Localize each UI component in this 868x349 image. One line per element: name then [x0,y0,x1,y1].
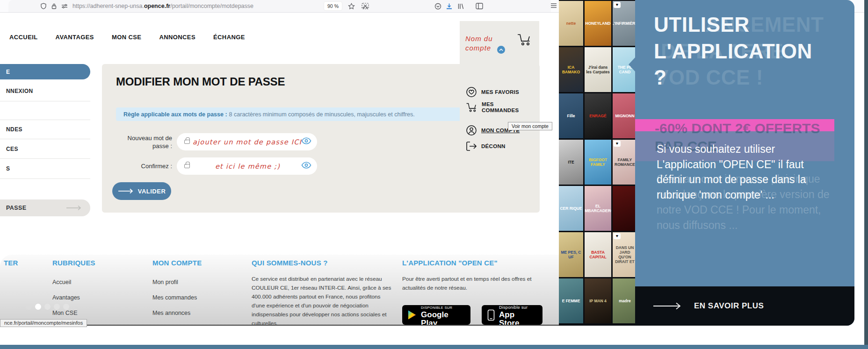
footer-link-mes-annonces[interactable]: Mes annonces [152,310,190,316]
sidebar-item-connexion[interactable]: NNEXION [6,88,33,94]
sidebar-divider [0,101,90,101]
google-play-icon [408,310,417,320]
account-name[interactable]: Nom ducompte [465,34,493,53]
lock-icon [184,164,190,168]
arrow-right-icon [66,205,82,211]
footer: TER RUBRIQUES Accueil Avantages Mon CSE … [0,255,559,326]
carousel-dot[interactable] [35,304,41,310]
shield-icon[interactable] [40,3,47,9]
sidebar-toggle-icon[interactable] [476,3,483,9]
library-icon[interactable] [457,3,464,10]
valider-button[interactable]: VALIDER [112,182,171,200]
movie-poster[interactable]: BASTA CAPITAL [585,232,611,277]
movie-poster[interactable]: DANS UN JARD QU'ON DIRAIT ET♥ [613,232,637,277]
nav-item-avantages[interactable]: AVANTAGES [56,34,94,41]
download-icon[interactable] [446,3,453,10]
poster-grid: netteHONEYLANDL'INFIRMIÈRE♥ICA BAMAKOJ'i… [559,0,635,326]
cart-icon[interactable] [517,33,532,48]
nav-item-annonces[interactable]: ANNONCES [159,34,195,41]
movie-poster[interactable]: CER RIQUE [559,186,583,231]
movie-poster[interactable]: J'irai dans les Carpates [585,47,611,92]
nav-item-accueil[interactable]: ACCUEIL [9,34,38,41]
footer-link-mon-cse[interactable]: Mon CSE [52,310,78,316]
movie-poster[interactable]: Fille [559,93,583,138]
movie-poster[interactable]: L'INFIRMIÈRE♥ [613,1,637,46]
favorite-heart-icon[interactable]: ♥ [614,2,621,8]
confirm-password-label: Confirmez : [107,162,172,170]
footer-about-text: Ce service est distribué en partenariat … [252,275,392,326]
zoom-level-chip[interactable]: 90 % [324,1,342,11]
movie-poster[interactable]: MIGNONN [613,93,637,138]
footer-about-heading: QUI SOMMES-NOUS ? [252,259,328,267]
confirm-annotation: et ici le même ;) [215,163,280,170]
url-text[interactable]: https://adherent-snep-unsa.opence.fr/por… [72,3,253,9]
right-edge-strip [864,0,868,349]
movie-poster[interactable]: HONEYLAND [585,1,611,46]
arrow-right-icon [653,302,682,310]
footer-link-mon-profil[interactable]: Mon profil [152,279,178,285]
footer-link-avantages[interactable]: Avantages [52,294,80,301]
menu-item-commandes[interactable]: MESCOMMANDES [466,101,519,114]
ghost-headline: VOD CCE ! [655,66,763,89]
valider-label: VALIDER [138,188,166,195]
en-savoir-plus-button[interactable]: EN SAVOIR PLUS [635,286,854,326]
chevron-up-icon[interactable] [497,46,505,54]
footer-rubriques-heading: RUBRIQUES [52,259,95,267]
menu-item-deconnexion[interactable]: DÉCONN [466,141,506,151]
carousel-dot[interactable] [44,304,51,310]
carousel-dot[interactable] [63,304,69,310]
carousel-dot[interactable] [26,304,32,310]
show-password-icon[interactable] [301,137,311,146]
show-password-icon[interactable] [301,162,311,171]
sidebar-item-mot-de-passe[interactable]: PASSE [0,199,90,216]
app-window: https://adherent-snep-unsa.opence.fr/por… [0,0,868,349]
movie-poster[interactable]: ICA BAMAKO [559,47,583,92]
favorite-heart-icon[interactable]: ♥ [614,141,621,147]
logout-icon [466,141,477,151]
arrow-right-icon [118,188,134,194]
menu-icon[interactable] [550,3,557,8]
footer-link-accueil[interactable]: Accueil [52,279,71,285]
movie-poster[interactable]: EL EMBARCADERO [585,186,611,231]
bookmark-star-icon[interactable] [348,3,355,10]
pocket-icon[interactable] [434,3,441,10]
google-play-badge[interactable]: DISPONIBLE SURGoogle Play [402,305,470,325]
app-store-badge[interactable]: Disponible surApp Store [482,305,542,325]
movie-poster[interactable]: FAMILY ROMANCE♥ [613,140,637,185]
sidebar-item-active-top[interactable]: E [0,64,90,79]
favorite-heart-icon[interactable]: ♥ [614,233,621,239]
movie-poster[interactable]: ITE [559,140,583,185]
sidebar-item-favoris[interactable]: S [6,165,10,172]
footer-app-heading: L'APPLICATION "OPEN CE" [402,259,498,267]
footer-link-mes-commandes[interactable]: Mes commandes [152,294,197,301]
browser-tooltip: Voir mon compte [508,122,552,130]
new-password-input[interactable]: ajouter un mot de passe ICI [177,133,317,150]
sidebar-item-annonces[interactable]: CES [6,146,18,152]
movie-poster[interactable] [613,186,637,231]
movie-poster[interactable]: ME PES, C UF [559,232,583,277]
footer-link-mot-de-passe[interactable]: Mon mot de passe [152,324,201,326]
movie-poster[interactable]: BIGFOOT FAMILY [585,140,611,185]
movie-poster[interactable]: ENRAGÉ [585,93,611,138]
carousel-arrow-left-icon[interactable] [629,57,635,71]
movie-poster[interactable]: nette [559,1,583,46]
movie-poster[interactable]: IP MAN 4 [585,278,611,323]
screenshot-scissors-icon[interactable] [362,3,369,9]
url-bar[interactable]: https://adherent-snep-unsa.opence.fr/por… [8,0,551,12]
promo-headline: ? [654,66,666,89]
user-circle-icon [466,125,477,136]
confirm-password-input[interactable]: et ici le même ;) [177,157,317,175]
promo-headline: UTILISER [654,13,749,36]
movie-poster[interactable]: E FEMME [559,278,583,323]
carousel-dot[interactable] [54,304,60,310]
permissions-icon[interactable] [61,3,68,9]
lock-icon[interactable] [51,3,57,9]
sidebar-item-commandes[interactable]: NDES [6,126,22,133]
nav-item-mon-cse[interactable]: MON CSE [112,34,141,41]
heart-circle-icon [466,86,477,98]
menu-item-favoris[interactable]: MES FAVORIS [466,86,519,98]
movie-poster[interactable]: madre [613,278,637,323]
sidebar-divider [0,120,90,120]
bottom-accent-bar [0,345,868,349]
nav-item-echange[interactable]: ÉCHANGE [213,34,245,41]
